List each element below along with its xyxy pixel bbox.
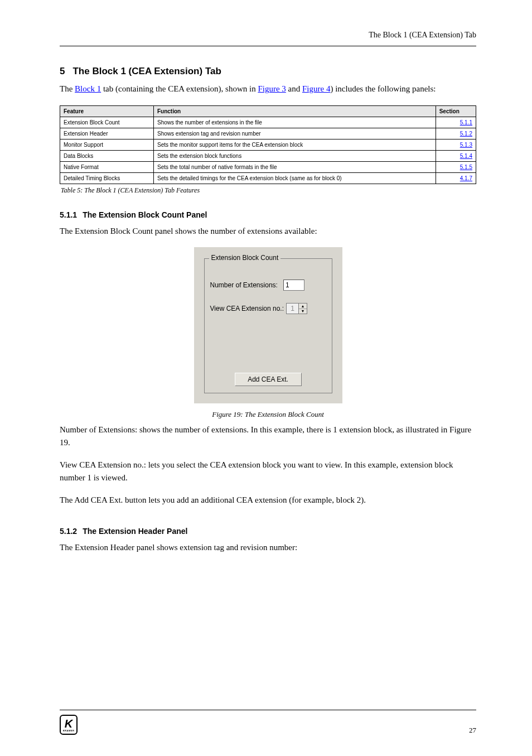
figure3-link[interactable]: Figure 3 xyxy=(258,84,286,93)
section-link[interactable]: 5.1.4 xyxy=(460,153,472,159)
th-feature: Feature xyxy=(60,105,154,117)
section-link[interactable]: 5.1.5 xyxy=(460,164,472,170)
num-extensions-value: 1 xyxy=(283,280,304,291)
table-row: Detailed Timing Blocks Sets the detailed… xyxy=(60,172,476,184)
subsection2-heading: 5.1.2The Extension Header Panel xyxy=(60,527,476,536)
footer-divider xyxy=(60,710,476,710)
section-number: 5 xyxy=(60,66,65,76)
table-row: Native Format Sets the total number of n… xyxy=(60,161,476,172)
spinner-down-icon[interactable]: ▼ xyxy=(299,309,307,314)
table-row: Extension Block Count Shows the number o… xyxy=(60,117,476,128)
section-heading: 5The Block 1 (CEA Extension) Tab xyxy=(60,66,476,77)
th-section: Section xyxy=(436,105,476,117)
view-extension-spinner[interactable]: 1 ▲ ▼ xyxy=(286,303,307,314)
subsection2-intro: The Extension Header panel shows extensi… xyxy=(60,541,476,554)
section-link[interactable]: 5.1.1 xyxy=(460,119,472,126)
section-title: The Block 1 (CEA Extension) Tab xyxy=(72,66,221,76)
para-num-extensions: Number of Extensions: shows the number o… xyxy=(60,423,476,449)
block1-link[interactable]: Block 1 xyxy=(75,84,101,93)
subsection-heading: 5.1.1The Extension Block Count Panel xyxy=(60,210,476,219)
add-cea-ext-button[interactable]: Add CEA Ext. xyxy=(235,373,302,386)
subsection-number: 5.1.1 xyxy=(60,210,77,219)
figure-wrapper: Extension Block Count Number of Extensio… xyxy=(60,247,476,419)
header-subtitle: The Block 1 (CEA Extension) Tab xyxy=(369,31,476,40)
th-function: Function xyxy=(153,105,436,117)
groupbox-title: Extension Block Count xyxy=(209,254,281,262)
figure-caption: Figure 19: The Extension Block Count xyxy=(60,410,476,419)
spinner-up-icon[interactable]: ▲ xyxy=(299,304,307,309)
extension-block-panel: Extension Block Count Number of Extensio… xyxy=(194,247,342,403)
table-row: Data Blocks Sets the extension block fun… xyxy=(60,150,476,161)
figure4-link[interactable]: Figure 4 xyxy=(302,84,330,93)
table-row: Extension Header Shows extension tag and… xyxy=(60,128,476,139)
table-row: Monitor Support Sets the monitor support… xyxy=(60,139,476,150)
header-divider xyxy=(60,46,476,46)
page-footer: K KRAMER 27 xyxy=(60,710,476,735)
subsection-intro: The Extension Block Count panel shows th… xyxy=(60,225,476,238)
para-add-button: The Add CEA Ext. button lets you add an … xyxy=(60,494,476,507)
section-link[interactable]: 4.1.7 xyxy=(460,175,472,181)
section-link[interactable]: 5.1.3 xyxy=(460,142,472,148)
page-number: 27 xyxy=(469,726,476,735)
intro-paragraph: The Block 1 tab (containing the CEA exte… xyxy=(60,83,476,95)
section-link[interactable]: 5.1.2 xyxy=(460,131,472,137)
para-view-extension: View CEA Extension no.: lets you select … xyxy=(60,459,476,484)
subsection-title: The Extension Block Count Panel xyxy=(83,210,207,219)
spinner-value: 1 xyxy=(286,303,298,314)
groupbox: Extension Block Count Number of Extensio… xyxy=(204,258,332,393)
view-extension-label: View CEA Extension no.: xyxy=(210,305,284,312)
subsection2-title: The Extension Header Panel xyxy=(83,527,187,536)
kramer-logo-icon: K KRAMER xyxy=(60,715,78,735)
subsection2-number: 5.1.2 xyxy=(60,527,77,536)
num-extensions-label: Number of Extensions: xyxy=(210,281,278,289)
table-caption: Table 5: The Block 1 (CEA Extension) Tab… xyxy=(61,186,476,195)
features-table: Feature Function Section Extension Block… xyxy=(60,105,476,184)
